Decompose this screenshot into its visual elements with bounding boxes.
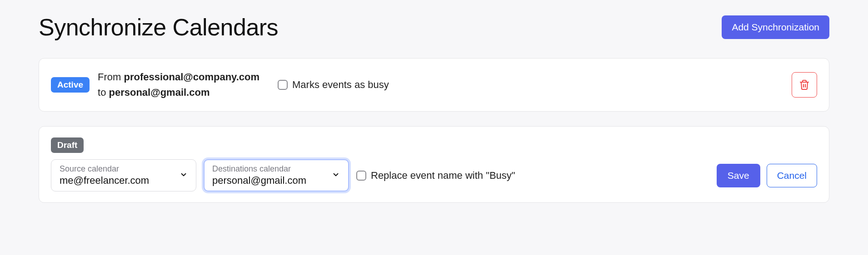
destination-calendar-value: personal@gmail.com: [212, 175, 340, 186]
replace-busy-checkbox[interactable]: [356, 171, 366, 181]
destination-calendar-label: Destinations calendar: [212, 164, 340, 174]
source-calendar-value: me@freelancer.com: [60, 175, 188, 186]
from-label: From: [98, 71, 124, 83]
source-calendar-select[interactable]: Source calendar me@freelancer.com: [51, 159, 196, 191]
marks-busy-checkbox[interactable]: [278, 80, 288, 90]
to-email: personal@gmail.com: [109, 87, 210, 98]
trash-icon: [799, 79, 810, 90]
replace-busy-label: Replace event name with "Busy": [371, 170, 515, 181]
status-badge: Active: [51, 77, 90, 93]
save-button[interactable]: Save: [717, 164, 760, 187]
delete-button[interactable]: [792, 72, 817, 98]
status-badge: Draft: [51, 137, 84, 153]
cancel-button[interactable]: Cancel: [767, 164, 817, 187]
draft-card: Draft Source calendar me@freelancer.com …: [39, 126, 829, 203]
to-label: to: [98, 87, 109, 98]
chevron-down-icon: [332, 171, 340, 181]
source-calendar-label: Source calendar: [60, 164, 188, 174]
marks-busy-label: Marks events as busy: [292, 79, 389, 91]
chevron-down-icon: [180, 171, 188, 181]
sync-description: From professional@company.com to persona…: [98, 69, 259, 100]
from-email: professional@company.com: [124, 71, 259, 83]
destination-calendar-select[interactable]: Destinations calendar personal@gmail.com: [204, 159, 349, 191]
page-title: Synchronize Calendars: [39, 14, 278, 41]
sync-card: Active From professional@company.com to …: [39, 58, 829, 112]
add-synchronization-button[interactable]: Add Synchronization: [722, 15, 829, 39]
